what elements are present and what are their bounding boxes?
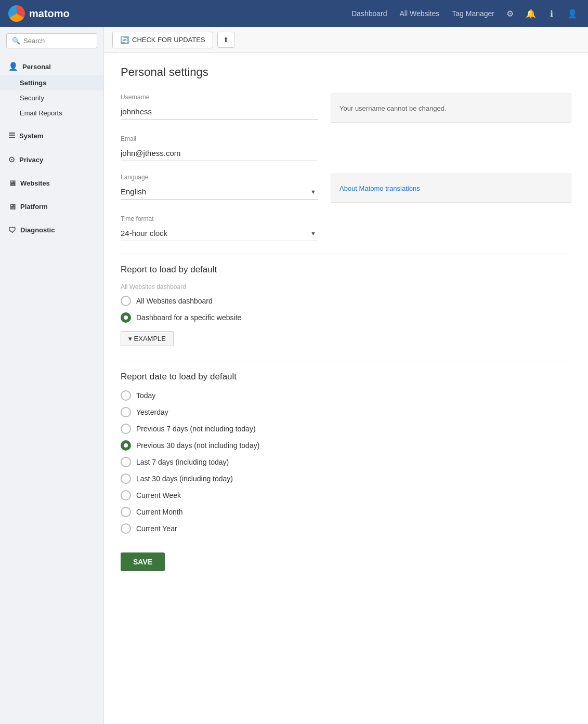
time-format-row: Time format 24-hour clock 12-hour clock [121, 215, 571, 241]
sidebar-subitem-settings[interactable]: Settings [0, 75, 103, 90]
username-input[interactable] [121, 104, 318, 120]
time-format-field: Time format 24-hour clock 12-hour clock [121, 215, 318, 241]
radio-last-7-days[interactable]: Last 7 days (including today) [121, 457, 571, 467]
platform-icon: 🖥 [8, 202, 16, 211]
report-date-title: Report date to load by default [121, 372, 571, 382]
platform-label: Platform [20, 203, 48, 210]
report-default-title: Report to load by default [121, 265, 571, 275]
bell-icon[interactable]: 🔔 [524, 6, 538, 21]
page-title: Personal settings [121, 65, 571, 79]
settings-label: Settings [20, 79, 46, 87]
save-button[interactable]: SAVE [121, 552, 165, 571]
radio-circle-last-30-days [121, 473, 131, 484]
radio-today[interactable]: Today [121, 390, 571, 401]
radio-circle-current-year [121, 523, 131, 534]
email-field: Email [121, 135, 318, 161]
email-row: Email [121, 135, 571, 161]
user-menu-icon[interactable]: 👤 [565, 6, 580, 21]
right-column: 🔄 CHECK FOR UPDATES ⬆ Personal settings … [104, 27, 588, 724]
nav-link-dashboard[interactable]: Dashboard [351, 9, 387, 18]
privacy-label: Privacy [19, 156, 43, 164]
sidebar-section-websites: 🖥 Websites [0, 172, 103, 195]
sidebar-item-personal[interactable]: 👤 Personal [0, 58, 103, 75]
toolbar: 🔄 CHECK FOR UPDATES ⬆ [104, 27, 588, 53]
email-reports-label: Email Reports [20, 109, 62, 117]
radio-circle-prev-30-days [121, 440, 131, 451]
gear-icon[interactable]: ⚙ [503, 6, 517, 21]
search-input-wrap[interactable]: 🔍 [6, 33, 97, 48]
sidebar-section-diagnostic: 🛡 Diagnostic [0, 218, 103, 242]
time-format-select[interactable]: 24-hour clock 12-hour clock [121, 226, 318, 241]
radio-circle-prev-7-days [121, 424, 131, 434]
radio-label-last-30-days: Last 30 days (including today) [136, 475, 233, 483]
sidebar-section-personal: 👤 Personal Settings Security Email Repor… [0, 55, 103, 124]
language-select[interactable]: English French German Spanish Italian [121, 184, 318, 200]
nav-link-all-websites[interactable]: All Websites [400, 9, 440, 18]
sidebar-section-privacy: ⊙ Privacy [0, 148, 103, 172]
radio-prev-7-days[interactable]: Previous 7 days (not including today) [121, 424, 571, 434]
check-updates-label: CHECK FOR UPDATES [132, 36, 205, 44]
collapse-icon: ⬆ [223, 36, 229, 44]
radio-current-week[interactable]: Current Week [121, 490, 571, 501]
collapse-button[interactable]: ⬆ [217, 32, 234, 48]
logo[interactable]: matomo [8, 5, 70, 22]
radio-label-last-7-days: Last 7 days (including today) [136, 458, 229, 466]
sidebar-item-diagnostic[interactable]: 🛡 Diagnostic [0, 221, 103, 239]
email-input[interactable] [121, 146, 318, 161]
refresh-icon: 🔄 [120, 36, 129, 44]
nav-link-tag-manager[interactable]: Tag Manager [452, 9, 494, 18]
nav-icons: ⚙ 🔔 ℹ 👤 [503, 6, 580, 21]
main-content: Personal settings Username Your username… [104, 53, 588, 724]
username-row: Username Your username cannot be changed… [121, 94, 571, 123]
logo-text: matomo [29, 8, 70, 20]
report-default-group: All Websites dashboard All Websites dash… [121, 283, 571, 323]
sidebar-subitem-email-reports[interactable]: Email Reports [0, 106, 103, 121]
radio-circle-current-week [121, 490, 131, 501]
sidebar-item-websites[interactable]: 🖥 Websites [0, 175, 103, 192]
radio-prev-30-days[interactable]: Previous 30 days (not including today) [121, 440, 571, 451]
radio-label-today: Today [136, 391, 155, 400]
radio-circle-last-7-days [121, 457, 131, 467]
example-button[interactable]: ▾ EXAMPLE [121, 331, 174, 346]
diagnostic-label: Diagnostic [20, 226, 55, 234]
security-label: Security [20, 94, 44, 102]
matomo-logo-icon [8, 5, 25, 22]
nav-links: Dashboard All Websites Tag Manager [351, 9, 494, 18]
divider-1 [121, 254, 571, 254]
report-date-group: Today Yesterday Previous 7 days (not inc… [121, 390, 571, 534]
personal-icon: 👤 [8, 62, 18, 71]
time-format-select-wrap: 24-hour clock 12-hour clock [121, 226, 318, 241]
sidebar-item-privacy[interactable]: ⊙ Privacy [0, 151, 103, 168]
radio-circle-specific-website [121, 312, 131, 323]
sidebar-subitem-security[interactable]: Security [0, 90, 103, 106]
radio-label-current-month: Current Month [136, 508, 182, 516]
system-icon: ☰ [8, 131, 15, 140]
radio-specific-website[interactable]: Dashboard for a specific website [121, 312, 571, 323]
radio-label-prev-7-days: Previous 7 days (not including today) [136, 425, 256, 433]
websites-label: Websites [20, 179, 50, 187]
search-input[interactable] [23, 37, 92, 45]
radio-yesterday[interactable]: Yesterday [121, 407, 571, 417]
about-translations-link[interactable]: About Matomo translations [339, 185, 420, 192]
sidebar-item-platform[interactable]: 🖥 Platform [0, 198, 103, 215]
sidebar-item-system[interactable]: ☰ System [0, 127, 103, 144]
radio-all-websites[interactable]: All Websites dashboard [121, 296, 571, 306]
sidebar: 🔍 👤 Personal Settings Security Email Rep… [0, 27, 104, 724]
sidebar-section-platform: 🖥 Platform [0, 195, 103, 218]
info-icon[interactable]: ℹ [544, 6, 559, 21]
email-label: Email [121, 135, 318, 142]
radio-circle-today [121, 390, 131, 401]
language-field: Language English French German Spanish I… [121, 174, 318, 200]
divider-2 [121, 361, 571, 361]
privacy-icon: ⊙ [8, 155, 15, 164]
radio-current-month[interactable]: Current Month [121, 507, 571, 517]
sidebar-section-system: ☰ System [0, 124, 103, 148]
radio-current-year[interactable]: Current Year [121, 523, 571, 534]
check-updates-button[interactable]: 🔄 CHECK FOR UPDATES [112, 32, 213, 48]
username-label: Username [121, 94, 318, 101]
diagnostic-icon: 🛡 [8, 226, 16, 234]
language-select-wrap: English French German Spanish Italian [121, 184, 318, 200]
radio-last-30-days[interactable]: Last 30 days (including today) [121, 473, 571, 484]
sidebar-personal-label: Personal [22, 63, 51, 71]
radio-circle-current-month [121, 507, 131, 517]
